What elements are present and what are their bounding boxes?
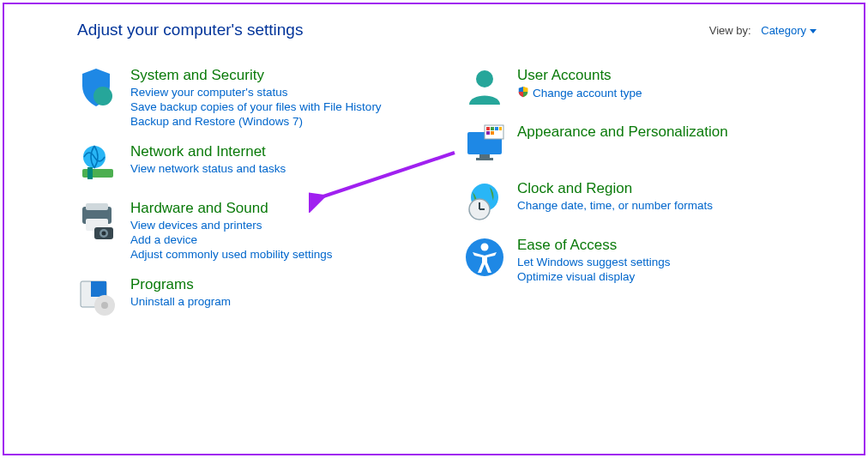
annotation-frame [3,3,865,455]
